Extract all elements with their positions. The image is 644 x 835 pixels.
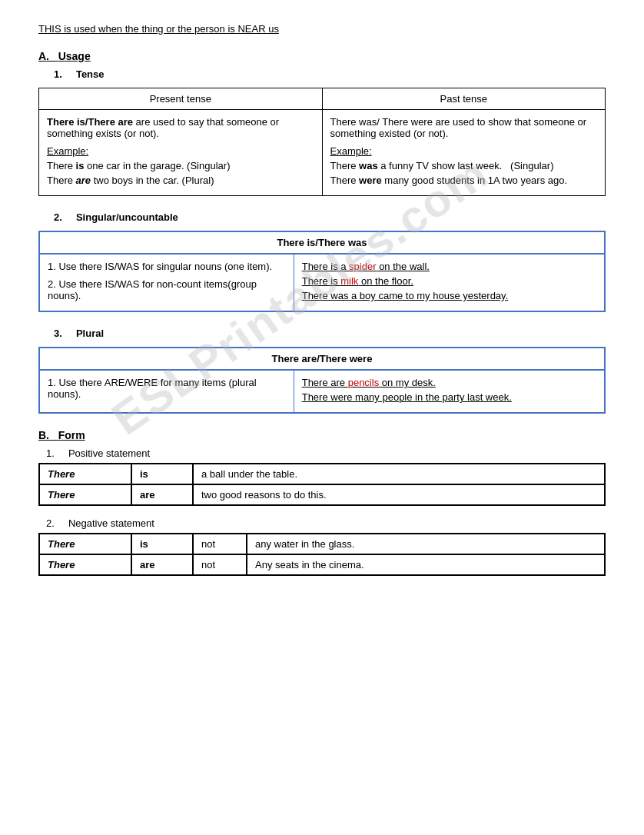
plural-rules: 1. Use there ARE/WERE for many items (pl… bbox=[39, 370, 294, 413]
page-title: THIS is used when the thing or the perso… bbox=[38, 23, 606, 35]
tense-col1-body: There is/There are are used to say that … bbox=[39, 110, 323, 196]
plural-examples: There are pencils on my desk. There were… bbox=[294, 370, 605, 413]
singular-example-3: There was a boy came to my house yesterd… bbox=[302, 290, 596, 301]
sub-b1-heading: 1. Positive statement bbox=[46, 447, 606, 459]
positive-r2c2: are bbox=[131, 484, 193, 505]
positive-r1c3: a ball under the table. bbox=[193, 464, 605, 484]
section-b-heading: B. Form bbox=[38, 429, 606, 441]
plural-table: There are/There were 1. Use there ARE/WE… bbox=[38, 347, 606, 414]
negative-row-1: There is not any water in the glass. bbox=[39, 534, 605, 554]
negative-r2c4: Any seats in the cinema. bbox=[247, 554, 605, 575]
negative-r2c2: are bbox=[131, 554, 193, 575]
section-a-label: A. bbox=[38, 50, 49, 62]
tense-table: Present tense Past tense There is/There … bbox=[38, 88, 606, 196]
example-line-3: There was a funny TV show last week. (Si… bbox=[330, 160, 598, 171]
section-a: A. Usage 1. Tense Present tense Past ten… bbox=[38, 50, 606, 414]
singular-example-2: There is milk on the floor. bbox=[302, 275, 596, 287]
positive-r1c2: is bbox=[131, 464, 193, 484]
example-label-1: Example: bbox=[47, 145, 314, 157]
singular-table: There is/There was 1. Use there IS/WAS f… bbox=[38, 231, 606, 312]
singular-example-1: There is a spider on the wall. bbox=[302, 261, 596, 272]
singular-examples: There is a spider on the wall. There is … bbox=[294, 254, 605, 311]
singular-table-header: There is/There was bbox=[39, 231, 605, 254]
plural-example-1: There are pencils on my desk. bbox=[302, 377, 596, 388]
singular-rules: 1. Use there IS/WAS for singular nouns (… bbox=[39, 254, 294, 311]
negative-r1c4: any water in the glass. bbox=[247, 534, 605, 554]
negative-row-2: There are not Any seats in the cinema. bbox=[39, 554, 605, 575]
plural-example-2: There were many people in the party last… bbox=[302, 391, 596, 403]
tense-col1-header: Present tense bbox=[39, 88, 323, 110]
section-a-heading: A. Usage bbox=[38, 50, 606, 62]
positive-r2c3: two good reasons to do this. bbox=[193, 484, 605, 505]
positive-r2c1: There bbox=[39, 484, 131, 505]
sub2-heading: 2. Singular/uncountable bbox=[54, 211, 606, 223]
tense-col2-body: There was/ There were are used to show t… bbox=[322, 110, 606, 196]
tense-col2-header: Past tense bbox=[322, 88, 606, 110]
sub-b2-heading: 2. Negative statement bbox=[46, 517, 606, 529]
negative-r2c3: not bbox=[193, 554, 247, 575]
section-a-title: Usage bbox=[58, 50, 91, 62]
sub3-heading: 3. Plural bbox=[54, 328, 606, 339]
negative-table: There is not any water in the glass. The… bbox=[38, 533, 606, 576]
positive-r1c1: There bbox=[39, 464, 131, 484]
section-b: B. Form 1. Positive statement There is a… bbox=[38, 429, 606, 576]
example-label-2: Example: bbox=[330, 145, 598, 157]
example-line-2: There are two boys in the car. (Plural) bbox=[47, 175, 314, 186]
example-line-4: There were many good students in 1A two … bbox=[330, 175, 598, 186]
negative-r1c1: There bbox=[39, 534, 131, 554]
plural-table-header: There are/There were bbox=[39, 348, 605, 370]
positive-table: There is a ball under the table. There a… bbox=[38, 463, 606, 506]
example-line-1: There is one car in the garage. (Singula… bbox=[47, 160, 314, 171]
negative-r2c1: There bbox=[39, 554, 131, 575]
sub1-heading: 1. Tense bbox=[54, 68, 606, 80]
positive-row-1: There is a ball under the table. bbox=[39, 464, 605, 484]
negative-r1c3: not bbox=[193, 534, 247, 554]
negative-r1c2: is bbox=[131, 534, 193, 554]
positive-row-2: There are two good reasons to do this. bbox=[39, 484, 605, 505]
